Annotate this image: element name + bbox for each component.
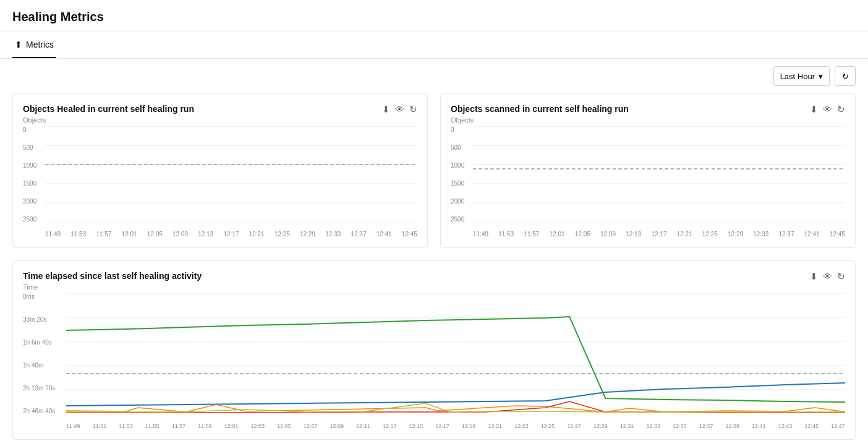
- page-title: Healing Metrics: [12, 10, 856, 24]
- refresh-icon: ↻: [842, 72, 849, 81]
- chart2-refresh-icon[interactable]: ↻: [837, 105, 845, 114]
- chart2-inner: [473, 126, 845, 223]
- chart3-refresh-icon[interactable]: ↻: [837, 272, 845, 281]
- chart1-svg: [45, 126, 417, 223]
- charts-container: Objects Healed in current self healing r…: [0, 93, 868, 446]
- chart2-svg: [473, 126, 845, 223]
- chart1-y-labels: 2500 2000 1500 1000 500 0: [23, 126, 45, 223]
- chart3-eye-icon[interactable]: 👁: [823, 272, 832, 281]
- chart-panel-3: Time elapsed since last self healing act…: [12, 260, 856, 440]
- chart2-eye-icon[interactable]: 👁: [823, 105, 832, 114]
- chart-panel-2: Objects scanned in current self healing …: [440, 93, 856, 248]
- chart3-icons: ⬇ 👁 ↻: [810, 272, 845, 281]
- chart2-axis-label: Objects: [451, 116, 845, 124]
- chart1-inner: [45, 126, 417, 223]
- chart2-icons: ⬇ 👁 ↻: [810, 105, 845, 114]
- toolbar: Last Hour ▾ ↻: [0, 59, 868, 93]
- chart3-download-icon[interactable]: ⬇: [810, 272, 818, 281]
- chart3-title: Time elapsed since last self healing act…: [23, 271, 202, 281]
- chart1-download-icon[interactable]: ⬇: [382, 105, 390, 114]
- chart3-axis-label: Time: [23, 283, 845, 291]
- chart2-y-labels: 2500 2000 1500 1000 500 0: [451, 126, 473, 223]
- tabs-bar: ⬆ Metrics: [0, 32, 868, 59]
- chart1-header: Objects Healed in current self healing r…: [23, 104, 417, 114]
- chart3-x-labels: 11:49 11:51 11:53 11:55 11:57 11:59 12:0…: [66, 423, 845, 429]
- tab-metrics-label: Metrics: [26, 40, 54, 49]
- charts-row-1: Objects Healed in current self healing r…: [12, 93, 856, 248]
- chart1-x-labels: 11:49 11:53 11:57 12:01 12:05 12:09 12:1…: [45, 231, 417, 238]
- chart3-area: 2h 46m 40s 2h 13m 20s 1h 40m 1h 6m 40s 3…: [23, 293, 845, 429]
- chart1-refresh-icon[interactable]: ↻: [409, 105, 417, 114]
- chart1-area: 2500 2000 1500 1000 500 0: [23, 126, 417, 238]
- chart3-y-labels: 2h 46m 40s 2h 13m 20s 1h 40m 1h 6m 40s 3…: [23, 293, 66, 414]
- chart1-title: Objects Healed in current self healing r…: [23, 104, 194, 114]
- tab-metrics[interactable]: ⬆ Metrics: [12, 32, 56, 58]
- chart1-icons: ⬇ 👁 ↻: [382, 105, 417, 114]
- chart2-download-icon[interactable]: ⬇: [810, 105, 818, 114]
- refresh-button[interactable]: ↻: [835, 66, 856, 86]
- chart1-axis-label: Objects: [23, 116, 417, 124]
- chart2-area: 2500 2000 1500 1000 500 0: [451, 126, 845, 238]
- chart2-header: Objects scanned in current self healing …: [451, 104, 845, 114]
- chart-panel-1: Objects Healed in current self healing r…: [12, 93, 428, 248]
- chart3-inner: [66, 293, 845, 414]
- time-selector-button[interactable]: Last Hour ▾: [773, 66, 830, 86]
- chart3-svg: [66, 293, 845, 414]
- chevron-down-icon: ▾: [819, 72, 823, 81]
- chart2-x-labels: 11:49 11:53 11:57 12:01 12:05 12:09 12:1…: [473, 231, 845, 238]
- chart3-header: Time elapsed since last self healing act…: [23, 271, 845, 281]
- time-selector-label: Last Hour: [780, 72, 815, 81]
- charts-row-2: Time elapsed since last self healing act…: [12, 260, 856, 440]
- chart2-title: Objects scanned in current self healing …: [451, 104, 629, 114]
- metrics-tab-icon: ⬆: [15, 40, 22, 49]
- chart1-eye-icon[interactable]: 👁: [395, 105, 404, 114]
